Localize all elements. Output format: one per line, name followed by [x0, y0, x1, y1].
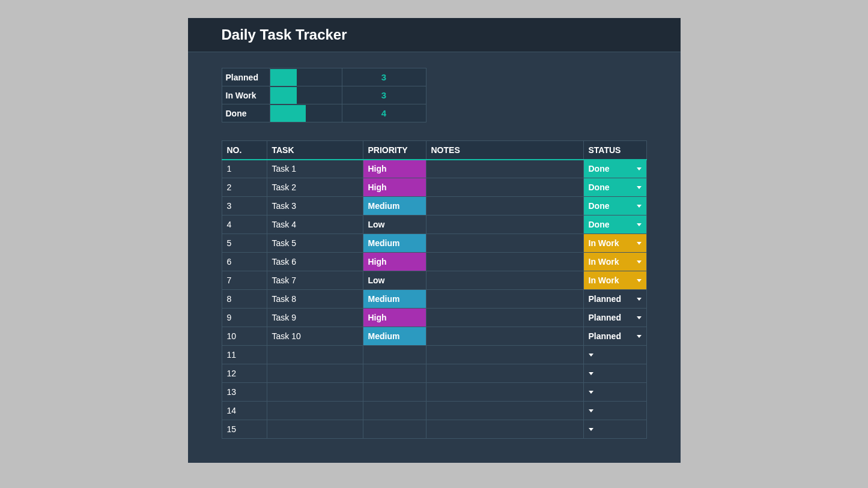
- cell-notes[interactable]: [426, 309, 583, 327]
- cell-priority[interactable]: Medium: [363, 234, 426, 253]
- priority-badge: High: [363, 309, 426, 327]
- cell-notes[interactable]: [426, 160, 583, 178]
- cell-status[interactable]: Done: [583, 197, 646, 215]
- cell-priority[interactable]: Medium: [363, 197, 426, 215]
- cell-no[interactable]: 5: [222, 234, 267, 253]
- cell-task[interactable]: Task 3: [267, 197, 363, 215]
- cell-notes[interactable]: [426, 420, 583, 439]
- cell-status[interactable]: Planned: [583, 327, 646, 346]
- cell-priority[interactable]: Medium: [363, 290, 426, 309]
- cell-status[interactable]: In Work: [583, 271, 646, 290]
- cell-priority[interactable]: [363, 346, 426, 364]
- cell-notes[interactable]: [426, 364, 583, 383]
- cell-notes[interactable]: [426, 383, 583, 402]
- chevron-down-icon: [589, 428, 593, 431]
- cell-no[interactable]: 9: [222, 309, 267, 327]
- table-row: 15: [222, 420, 646, 439]
- cell-status[interactable]: Planned: [583, 309, 646, 327]
- status-dropdown[interactable]: Done: [584, 160, 646, 178]
- cell-no[interactable]: 13: [222, 383, 267, 402]
- cell-no[interactable]: 6: [222, 253, 267, 271]
- cell-notes[interactable]: [426, 197, 583, 215]
- cell-no[interactable]: 15: [222, 420, 267, 439]
- cell-no[interactable]: 1: [222, 160, 267, 178]
- status-dropdown[interactable]: [584, 402, 646, 420]
- cell-notes[interactable]: [426, 327, 583, 346]
- cell-status[interactable]: [583, 420, 646, 439]
- cell-status[interactable]: [583, 346, 646, 364]
- cell-no-text: 10: [222, 331, 267, 341]
- cell-status[interactable]: Done: [583, 160, 646, 178]
- cell-no[interactable]: 3: [222, 197, 267, 215]
- cell-task[interactable]: Task 2: [267, 178, 363, 197]
- cell-task[interactable]: Task 8: [267, 290, 363, 309]
- cell-task[interactable]: Task 4: [267, 215, 363, 234]
- cell-no[interactable]: 2: [222, 178, 267, 197]
- cell-no[interactable]: 10: [222, 327, 267, 346]
- cell-no[interactable]: 7: [222, 271, 267, 290]
- cell-priority[interactable]: High: [363, 160, 426, 178]
- cell-priority[interactable]: Low: [363, 215, 426, 234]
- cell-priority[interactable]: High: [363, 253, 426, 271]
- cell-no-text: 7: [222, 276, 267, 285]
- cell-notes[interactable]: [426, 271, 583, 290]
- status-dropdown[interactable]: Done: [584, 215, 646, 233]
- cell-task[interactable]: Task 9: [267, 309, 363, 327]
- cell-notes[interactable]: [426, 234, 583, 253]
- cell-priority[interactable]: [363, 402, 426, 420]
- status-dropdown[interactable]: In Work: [584, 271, 646, 289]
- cell-status[interactable]: In Work: [583, 253, 646, 271]
- status-dropdown[interactable]: Planned: [584, 290, 646, 308]
- cell-status[interactable]: Done: [583, 178, 646, 197]
- cell-task[interactable]: [267, 402, 363, 420]
- cell-task[interactable]: [267, 383, 363, 402]
- cell-notes[interactable]: [426, 178, 583, 197]
- cell-task[interactable]: Task 7: [267, 271, 363, 290]
- cell-priority[interactable]: [363, 383, 426, 402]
- cell-priority[interactable]: Medium: [363, 327, 426, 346]
- cell-task[interactable]: Task 5: [267, 234, 363, 253]
- status-dropdown[interactable]: Planned: [584, 309, 646, 327]
- cell-notes[interactable]: [426, 253, 583, 271]
- cell-task[interactable]: Task 10: [267, 327, 363, 346]
- cell-status[interactable]: [583, 383, 646, 402]
- cell-notes[interactable]: [426, 215, 583, 234]
- cell-task[interactable]: Task 6: [267, 253, 363, 271]
- status-dropdown[interactable]: Planned: [584, 327, 646, 345]
- status-dropdown[interactable]: In Work: [584, 253, 646, 271]
- cell-no[interactable]: 4: [222, 215, 267, 234]
- cell-priority[interactable]: Low: [363, 271, 426, 290]
- cell-no[interactable]: 14: [222, 402, 267, 420]
- cell-priority[interactable]: [363, 420, 426, 439]
- status-dropdown[interactable]: [584, 383, 646, 401]
- cell-status[interactable]: [583, 364, 646, 383]
- cell-notes[interactable]: [426, 346, 583, 364]
- status-dropdown[interactable]: Done: [584, 197, 646, 215]
- cell-no[interactable]: 11: [222, 346, 267, 364]
- cell-task[interactable]: Task 1: [267, 160, 363, 178]
- chevron-down-icon: [637, 335, 642, 338]
- status-dropdown[interactable]: In Work: [584, 234, 646, 252]
- cell-priority[interactable]: [363, 364, 426, 383]
- cell-no[interactable]: 12: [222, 364, 267, 383]
- cell-no-text: 2: [222, 182, 267, 192]
- cell-task[interactable]: [267, 346, 363, 364]
- cell-status[interactable]: Planned: [583, 290, 646, 309]
- status-dropdown[interactable]: [584, 364, 646, 382]
- chevron-down-icon: [637, 186, 642, 189]
- cell-status[interactable]: [583, 402, 646, 420]
- status-dropdown[interactable]: [584, 420, 646, 438]
- cell-no[interactable]: 8: [222, 290, 267, 309]
- cell-task-text: Task 4: [267, 220, 363, 229]
- summary-bar-cell: [270, 104, 342, 122]
- cell-task[interactable]: [267, 364, 363, 383]
- cell-status[interactable]: Done: [583, 215, 646, 234]
- cell-priority[interactable]: High: [363, 178, 426, 197]
- status-dropdown[interactable]: [584, 346, 646, 364]
- cell-notes[interactable]: [426, 402, 583, 420]
- cell-priority[interactable]: High: [363, 309, 426, 327]
- cell-notes[interactable]: [426, 290, 583, 309]
- cell-status[interactable]: In Work: [583, 234, 646, 253]
- status-dropdown[interactable]: Done: [584, 178, 646, 196]
- cell-task[interactable]: [267, 420, 363, 439]
